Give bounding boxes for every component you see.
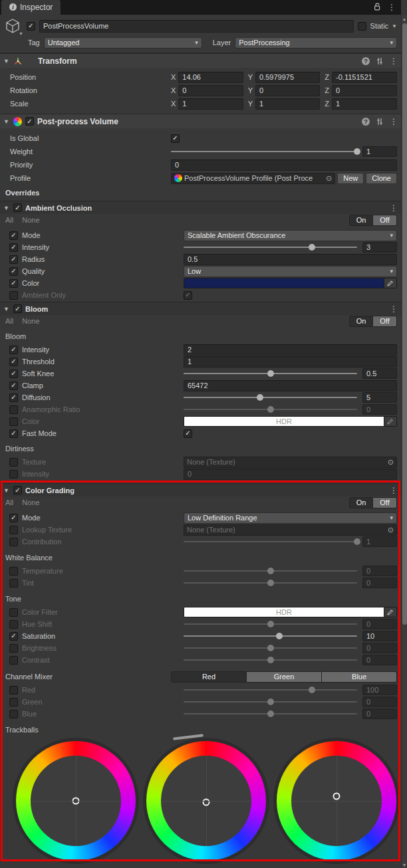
foldout-icon[interactable]: ▼	[3, 487, 10, 494]
position-y-field[interactable]: 0.5979975	[255, 72, 320, 83]
cg-brightness-checkbox[interactable]: ✓	[9, 644, 18, 653]
trackball-indicator[interactable]	[72, 798, 80, 805]
bloom-threshold-field[interactable]: 1	[184, 356, 397, 368]
cg-contribution-checkbox[interactable]: ✓	[9, 538, 18, 546]
cg-mixer-blue-checkbox[interactable]: ✓	[9, 710, 18, 718]
gameobject-name-field[interactable]: PostProcessVolume	[39, 20, 354, 33]
ao-intensity-value-field[interactable]: 3	[362, 242, 397, 253]
bloom-anamorphic-value-field[interactable]: 0	[362, 404, 397, 415]
ao-ambient-only-checkbox[interactable]: ✓	[9, 291, 18, 300]
foldout-icon[interactable]: ▼	[3, 205, 10, 211]
none-button[interactable]: None	[22, 317, 39, 325]
position-x-field[interactable]: 14.06	[178, 72, 243, 83]
trackball-indicator[interactable]	[203, 799, 210, 806]
ao-radius-field[interactable]: 0.5	[184, 254, 397, 265]
cg-mixer-green-value-field[interactable]: 0	[362, 697, 397, 707]
object-picker-icon[interactable]: ⊙	[326, 174, 332, 183]
cg-contrast-checkbox[interactable]: ✓	[9, 656, 18, 665]
all-button[interactable]: All	[5, 317, 13, 325]
cg-tint-value-field[interactable]: 0	[362, 578, 397, 588]
ambient-occlusion-header[interactable]: ▼ ✓ Ambient Occlusion ⋮	[0, 201, 401, 214]
cg-mixer-blue-value-field[interactable]: 0	[362, 708, 397, 719]
channel-tab-green[interactable]: Green	[247, 671, 322, 683]
ao-color-checkbox[interactable]: ✓	[9, 279, 18, 288]
bloom-anamorphic-slider[interactable]	[184, 404, 357, 415]
cg-saturation-slider[interactable]	[184, 631, 357, 641]
on-button[interactable]: On	[349, 316, 373, 327]
cg-brightness-slider[interactable]	[184, 643, 357, 653]
foldout-icon[interactable]: ▼	[3, 58, 10, 64]
color-grading-enabled-checkbox[interactable]: ✓	[13, 486, 22, 494]
bloom-soft-knee-value-field[interactable]: 0.5	[362, 368, 397, 379]
channel-tab-blue[interactable]: Blue	[322, 671, 397, 683]
effect-menu-icon[interactable]: ⋮	[390, 204, 398, 212]
bloom-intensity-field[interactable]: 2	[184, 344, 397, 356]
eyedropper-icon[interactable]	[384, 607, 397, 617]
channel-tab-red[interactable]: Red	[171, 671, 247, 683]
priority-field[interactable]: 0	[171, 160, 397, 171]
on-button[interactable]: On	[349, 497, 373, 508]
cg-hue-shift-value-field[interactable]: 0	[362, 619, 397, 629]
bloom-intensity-checkbox[interactable]: ✓	[9, 346, 18, 354]
trackball-gamma[interactable]	[143, 738, 269, 864]
trackball-indicator[interactable]	[333, 793, 340, 800]
component-menu-icon[interactable]: ⋮	[390, 118, 398, 126]
clone-button[interactable]: Clone	[366, 173, 397, 184]
tab-inspector[interactable]: i Inspector	[1, 0, 61, 15]
bloom-diffusion-slider[interactable]	[184, 392, 357, 403]
help-icon[interactable]: ?	[362, 118, 370, 126]
trackball-lift[interactable]	[13, 738, 139, 864]
bloom-fast-mode-value-checkbox[interactable]: ✓	[184, 429, 192, 438]
on-button[interactable]: On	[349, 215, 373, 226]
rotation-x-field[interactable]: 0	[178, 85, 243, 96]
cg-mixer-green-checkbox[interactable]: ✓	[9, 698, 18, 706]
none-button[interactable]: None	[22, 216, 39, 224]
off-button[interactable]: Off	[373, 215, 397, 226]
profile-object-field[interactable]: PostProcessVolume Profile (Post Proce ⊙	[171, 173, 335, 184]
scale-x-field[interactable]: 1	[178, 98, 243, 110]
object-picker-icon[interactable]: ⊙	[388, 526, 394, 534]
bloom-enabled-checkbox[interactable]: ✓	[13, 304, 22, 313]
trackball-gain[interactable]	[273, 738, 400, 864]
bloom-fast-mode-checkbox[interactable]: ✓	[9, 429, 18, 438]
bloom-clamp-field[interactable]: 65472	[184, 380, 397, 391]
bloom-dirt-intensity-field[interactable]: 0	[184, 469, 397, 480]
all-button[interactable]: All	[5, 216, 13, 224]
help-icon[interactable]: ?	[362, 57, 370, 65]
cg-mixer-red-checkbox[interactable]: ✓	[9, 686, 18, 695]
cg-temperature-slider[interactable]	[184, 566, 357, 576]
position-z-field[interactable]: -0.1151521	[332, 72, 397, 83]
cg-mixer-blue-slider[interactable]	[184, 708, 357, 719]
object-picker-icon[interactable]: ⊙	[388, 458, 394, 467]
effect-menu-icon[interactable]: ⋮	[390, 305, 398, 313]
bloom-diffusion-checkbox[interactable]: ✓	[9, 393, 18, 402]
ao-quality-checkbox[interactable]: ✓	[9, 267, 18, 276]
bloom-threshold-checkbox[interactable]: ✓	[9, 358, 18, 366]
new-button[interactable]: New	[337, 173, 364, 184]
foldout-icon[interactable]: ▼	[3, 118, 10, 125]
gameobject-active-checkbox[interactable]: ✓	[27, 22, 35, 31]
bloom-color-swatch[interactable]: HDR	[184, 416, 384, 427]
cg-color-filter-checkbox[interactable]: ✓	[9, 608, 18, 617]
bloom-dirt-texture-field[interactable]: None (Texture) ⊙	[184, 457, 397, 468]
off-button[interactable]: Off	[373, 316, 397, 327]
cg-saturation-value-field[interactable]: 10	[362, 631, 397, 641]
eyedropper-icon[interactable]	[384, 278, 397, 288]
bloom-soft-knee-checkbox[interactable]: ✓	[9, 370, 18, 378]
bloom-soft-knee-slider[interactable]	[184, 368, 357, 379]
eyedropper-icon[interactable]	[384, 416, 397, 427]
scale-z-field[interactable]: 1	[332, 98, 397, 110]
scale-y-field[interactable]: 1	[255, 98, 320, 110]
component-menu-icon[interactable]: ⋮	[390, 57, 398, 65]
cg-brightness-value-field[interactable]: 0	[362, 643, 397, 653]
cg-mixer-red-value-field[interactable]: 100	[362, 685, 397, 695]
ao-color-swatch[interactable]	[184, 278, 384, 288]
cg-temperature-value-field[interactable]: 0	[362, 566, 397, 576]
cg-contrast-value-field[interactable]: 0	[362, 655, 397, 665]
cg-mode-dropdown[interactable]: Low Definition Range▾	[184, 512, 397, 524]
presets-icon[interactable]	[376, 118, 384, 126]
cg-contribution-value-field[interactable]: 1	[362, 536, 397, 547]
cg-tint-slider[interactable]	[184, 578, 357, 588]
cg-contribution-slider[interactable]	[184, 536, 357, 547]
cg-color-filter-swatch[interactable]: HDR	[184, 607, 384, 617]
